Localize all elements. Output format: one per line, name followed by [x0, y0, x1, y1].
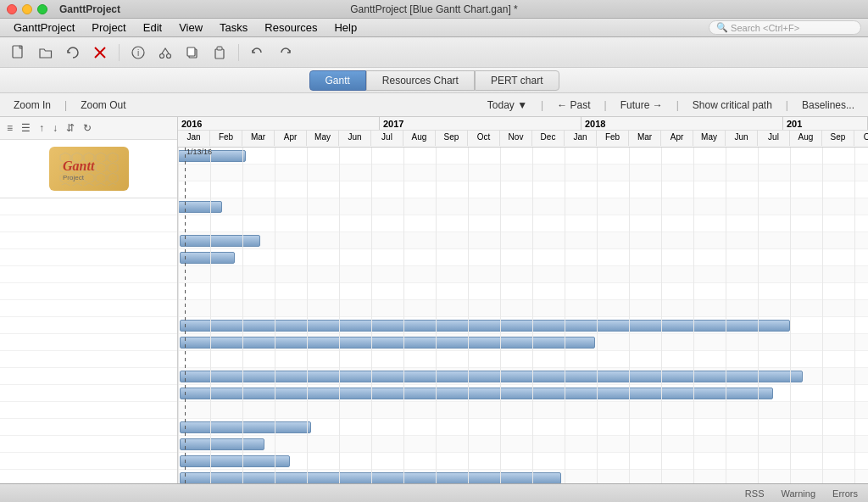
gantt-row: [178, 249, 868, 266]
left-panel: ≡ ☰ ↑ ↓ ⇵ ↻ Gantt Project: [0, 117, 178, 483]
tab-pert-chart[interactable]: PERT chart: [475, 70, 559, 91]
gantt-row: [178, 232, 868, 249]
svg-rect-8: [187, 47, 195, 56]
app-name: GanttProject: [59, 3, 120, 15]
gantt-logo: Gantt Project: [0, 140, 177, 198]
today-button[interactable]: Today ▼: [481, 98, 534, 113]
gantt-row: [178, 198, 868, 215]
gantt-bar[interactable]: [180, 438, 264, 450]
gantt-row: [178, 436, 868, 453]
grid-line: [178, 148, 179, 483]
grid-line: [597, 148, 598, 483]
indent-icon[interactable]: ≡: [3, 120, 16, 136]
copy-button[interactable]: [181, 41, 204, 64]
right-panel[interactable]: 201620172018201 JanFebMarAprMayJunJulAug…: [178, 117, 868, 483]
future-button[interactable]: Future →: [614, 98, 670, 113]
gantt-bar[interactable]: [180, 235, 260, 247]
left-row: [0, 334, 177, 351]
time-header: 201620172018201 JanFebMarAprMayJunJulAug…: [178, 117, 868, 148]
grid-line: [275, 148, 275, 483]
left-row: [0, 300, 177, 317]
month-cell: Jan: [565, 131, 597, 146]
search-box[interactable]: 🔍 Search <Ctrl+F>: [709, 20, 861, 35]
month-cell: Feb: [210, 131, 242, 146]
menu-view[interactable]: View: [172, 20, 209, 36]
gantt-row: [178, 215, 868, 232]
show-critical-path-button[interactable]: Show critical path: [686, 98, 779, 113]
gantt-bar[interactable]: [180, 388, 773, 399]
svg-rect-10: [217, 47, 222, 50]
svg-rect-9: [215, 49, 224, 59]
gantt-bar[interactable]: [180, 472, 561, 483]
left-row: [0, 215, 177, 232]
new-button[interactable]: [7, 41, 31, 64]
toolbar-separator-2: [238, 44, 239, 61]
menu-edit[interactable]: Edit: [136, 20, 169, 36]
unlink-icon[interactable]: ↻: [80, 120, 95, 136]
titlebar: GanttProject GanttProject [Blue Gantt Ch…: [0, 0, 868, 19]
year-cell: 201: [783, 117, 868, 130]
today-label: 1/13/16: [186, 148, 212, 156]
zoom-out-button[interactable]: Zoom Out: [74, 98, 132, 113]
menu-tasks[interactable]: Tasks: [213, 20, 254, 36]
tab-resources-chart[interactable]: Resources Chart: [366, 70, 475, 91]
zoom-in-button[interactable]: Zoom In: [7, 98, 58, 113]
grid-line: [468, 148, 469, 483]
left-row: [0, 368, 177, 385]
gantt-row: [178, 470, 868, 483]
left-row: [0, 198, 177, 215]
past-button[interactable]: ← Past: [550, 98, 597, 113]
undo-button[interactable]: [246, 41, 270, 64]
gantt-row: [178, 283, 868, 300]
menubar: GanttProject Project Edit View Tasks Res…: [0, 19, 868, 37]
open-button[interactable]: [34, 41, 58, 64]
left-row: [0, 266, 177, 283]
move-down-icon[interactable]: ↓: [49, 120, 61, 136]
month-cell: Jun: [339, 131, 371, 146]
svg-text:Project: Project: [63, 174, 85, 181]
left-row: [0, 453, 177, 470]
left-row: [0, 232, 177, 249]
svg-point-5: [160, 53, 164, 58]
maximize-button[interactable]: [37, 4, 47, 14]
gantt-row: [178, 334, 868, 351]
svg-text:Gantt: Gantt: [63, 159, 95, 173]
minimize-button[interactable]: [22, 4, 32, 14]
search-placeholder: Search <Ctrl+F>: [731, 23, 799, 33]
info-button[interactable]: i: [126, 41, 150, 64]
paste-button[interactable]: [208, 41, 231, 64]
menu-help[interactable]: Help: [327, 20, 364, 36]
move-up-icon[interactable]: ↑: [36, 120, 47, 136]
grid-line: [242, 148, 243, 483]
menu-project[interactable]: Project: [85, 20, 132, 36]
left-panel-header: ≡ ☰ ↑ ↓ ⇵ ↻: [0, 117, 177, 140]
baselines-button[interactable]: Baselines...: [795, 98, 861, 113]
gantt-bar[interactable]: [180, 421, 311, 433]
link-icon[interactable]: ⇵: [63, 120, 78, 136]
left-row: [0, 402, 177, 419]
year-cell: 2016: [178, 117, 380, 130]
close-button[interactable]: [7, 4, 17, 14]
menu-resources[interactable]: Resources: [258, 20, 324, 36]
chart-area: 201620172018201 JanFebMarAprMayJunJulAug…: [178, 117, 868, 483]
tab-gantt[interactable]: Gantt: [309, 70, 366, 91]
traffic-lights: [7, 4, 47, 14]
refresh-button[interactable]: [61, 41, 85, 64]
grid-line: [693, 148, 694, 483]
list-icon[interactable]: ☰: [18, 120, 34, 136]
delete-button[interactable]: [88, 41, 112, 64]
month-cell: Oct: [468, 131, 500, 146]
gantt-bar[interactable]: [180, 455, 290, 467]
gantt-row: [178, 148, 868, 165]
toolbar-separator-1: [119, 44, 120, 61]
redo-button[interactable]: [273, 41, 297, 64]
gantt-bar[interactable]: [180, 320, 790, 332]
gantt-bar[interactable]: [180, 252, 235, 264]
grid-line: [565, 148, 565, 483]
gantt-row: [178, 317, 868, 334]
gantt-bar[interactable]: [180, 371, 803, 382]
menu-ganttproject[interactable]: GanttProject: [7, 20, 81, 36]
gantt-row: [178, 368, 868, 385]
month-cell: Nov: [500, 131, 532, 146]
cut-button[interactable]: [153, 41, 177, 64]
